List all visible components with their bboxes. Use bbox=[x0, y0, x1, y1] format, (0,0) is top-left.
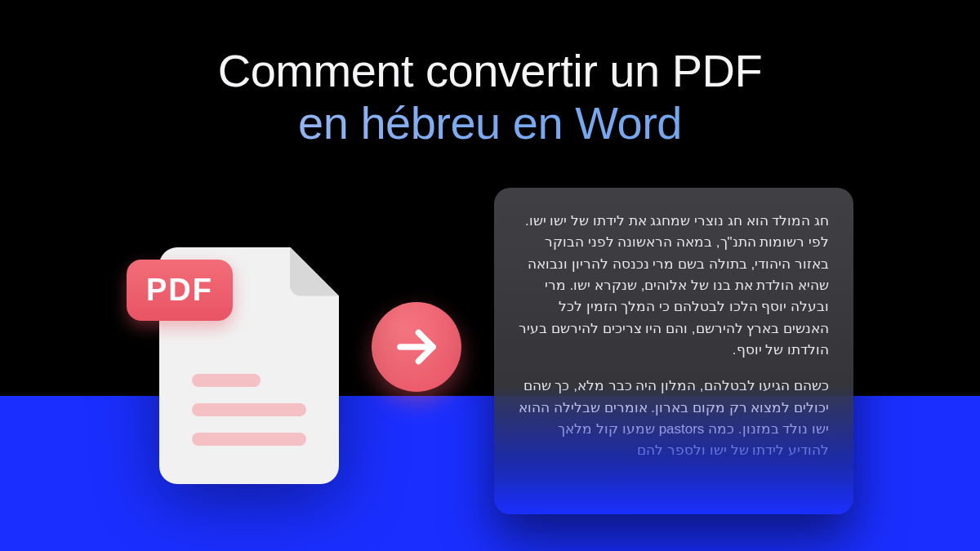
file-line bbox=[192, 374, 261, 387]
hebrew-text-card: חג המולד הוא חג נוצרי שמחגג את לידתו של … bbox=[494, 188, 853, 514]
arrow-right-icon bbox=[372, 302, 461, 392]
hebrew-paragraph: כשהם הגיעו לבטלהם, המלון היה כבר מלא, כך… bbox=[519, 375, 829, 461]
page-title: Comment convertir un PDF en hébreu en Wo… bbox=[0, 0, 980, 150]
pdf-badge: PDF bbox=[127, 260, 233, 321]
file-line bbox=[192, 433, 306, 446]
pdf-file-icon: PDF bbox=[127, 223, 339, 500]
title-line-1: Comment convertir un PDF bbox=[0, 45, 980, 97]
title-line-2: en hébreu en Word bbox=[0, 97, 980, 149]
hebrew-paragraph: חג המולד הוא חג נוצרי שמחגג את לידתו של … bbox=[519, 211, 829, 361]
file-lines bbox=[192, 374, 306, 446]
content-row: PDF חג המולד הוא חג נוצרי שמחגג את לידתו… bbox=[0, 188, 980, 514]
file-line bbox=[192, 403, 306, 416]
